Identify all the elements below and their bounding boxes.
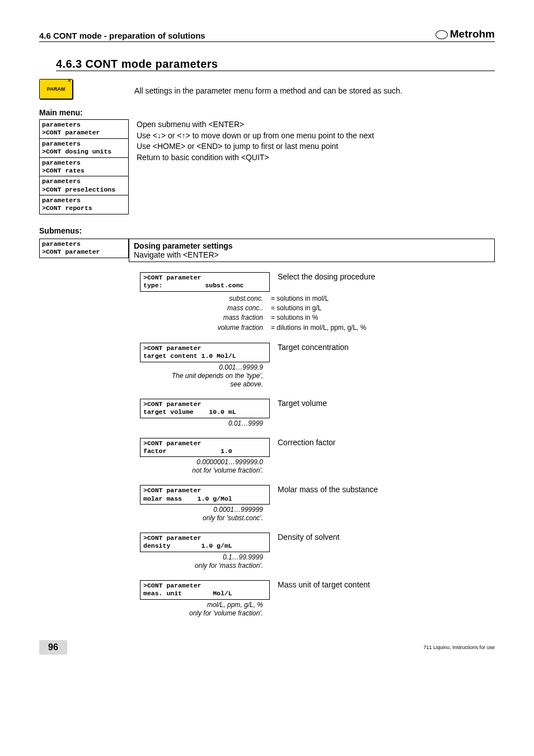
brand-logo: Metrohm xyxy=(435,28,495,40)
instruction-line: Return to basic condition with <QUIT> xyxy=(137,152,495,164)
param-note: 0.0000001…999999.0not for 'volume fracti… xyxy=(140,457,266,475)
param-head: >CONT parameter xyxy=(143,440,266,447)
param-block: >CONT parametertype: subst.concSelect th… xyxy=(140,272,495,333)
param-value-row: target content 1.0 Mol/L xyxy=(143,352,266,360)
submenu-title: Dosing parameter settings xyxy=(134,241,490,250)
submenus-heading: Submenus: xyxy=(39,226,495,235)
main-menu-instructions: Open submenu with <ENTER> Use <↓> or <↑>… xyxy=(129,119,495,214)
menu-line: >CONT dosing units xyxy=(42,148,126,156)
param-display: >CONT parametertype: subst.conc xyxy=(140,272,270,292)
menu-item: parameters >CONT dosing units xyxy=(39,138,129,158)
param-display: >CONT parametertarget content 1.0 Mol/L xyxy=(140,343,270,362)
menu-line: parameters xyxy=(42,197,126,204)
page-header: 4.6 CONT mode - preparation of solutions… xyxy=(39,28,495,42)
param-key-label: PARAM xyxy=(47,86,65,92)
param-description: Target volume xyxy=(270,399,495,408)
param-note: 0.0001…999999only for 'subst.conc'. xyxy=(140,505,266,522)
arrow-up-icon: ↑ xyxy=(182,131,186,140)
instruction-line: Use <HOME> or <END> to jump to first or … xyxy=(137,141,495,152)
param-value-row: meas. unit Mol/L xyxy=(143,590,266,598)
param-note: 0.001…9999.9The unit depends on the 'typ… xyxy=(140,362,266,389)
menu-line: >CONT rates xyxy=(42,167,126,175)
param-head: >CONT parameter xyxy=(143,534,266,542)
param-description: Correction factor xyxy=(270,438,495,447)
param-head: >CONT parameter xyxy=(143,344,266,352)
param-head: >CONT parameter xyxy=(143,400,266,408)
param-display: >CONT parametermeas. unit Mol/L xyxy=(140,580,270,600)
param-head: >CONT parameter xyxy=(143,487,266,494)
instruction-line: Use <↓> or <↑> to move down or up from o… xyxy=(137,130,495,142)
main-menu-column: parameters >CONT parameter parameters >C… xyxy=(39,119,129,214)
option-values: = solutions in mol/L= solutions in g/L= … xyxy=(266,294,495,333)
submenu-nav: Navigate with <ENTER> xyxy=(134,250,490,259)
menu-item: parameters >CONT rates xyxy=(39,157,129,177)
param-head: >CONT parameter xyxy=(143,582,266,590)
menu-line: >CONT parameter xyxy=(42,248,126,256)
menu-item: parameters >CONT reports xyxy=(39,195,129,214)
brand-name: Metrohm xyxy=(450,28,495,40)
menu-line: parameters xyxy=(42,240,126,248)
menu-item: parameters >CONT parameter xyxy=(39,119,129,139)
param-keycap-icon: PARAM xyxy=(39,79,73,99)
brand-logo-icon xyxy=(435,30,448,39)
menu-line: parameters xyxy=(42,178,126,185)
submenu-description: Dosing parameter settings Navigate with … xyxy=(129,239,495,262)
param-description: Density of solvent xyxy=(270,533,495,542)
main-menu-heading: Main menu: xyxy=(39,108,495,117)
menu-line: parameters xyxy=(42,121,126,129)
param-display: >CONT parameterdensity 1.0 g/mL xyxy=(140,533,270,552)
section-title: 4.6.3 CONT mode parameters xyxy=(56,58,495,71)
param-block: >CONT parametertarget volume 10.0 mLTarg… xyxy=(140,399,495,428)
param-value-row: density 1.0 g/mL xyxy=(143,542,266,550)
menu-item: parameters >CONT preselections xyxy=(39,176,129,195)
param-description: Molar mass of the substance xyxy=(270,485,495,494)
param-display: >CONT parametermolar mass 1.0 g/Mol xyxy=(140,485,270,505)
param-value-row: target volume 10.0 mL xyxy=(143,408,266,416)
menu-line: parameters xyxy=(42,159,126,167)
param-head: >CONT parameter xyxy=(143,274,266,282)
param-note: 0.01…9999 xyxy=(140,418,266,428)
intro-text: All settings in the parameter menu form … xyxy=(134,86,495,96)
page-number: 96 xyxy=(39,640,67,655)
menu-line: >CONT preselections xyxy=(42,186,126,194)
menu-line: parameters xyxy=(42,140,126,148)
footer-note: 711 Liquino, Instructions for use xyxy=(423,645,495,650)
param-note: 0.1…99.9999only for 'mass fraction'. xyxy=(140,552,266,570)
param-block: >CONT parametermolar mass 1.0 g/MolMolar… xyxy=(140,485,495,522)
param-description: Mass unit of target content xyxy=(270,580,495,589)
param-display: >CONT parametertarget volume 10.0 mL xyxy=(140,399,270,418)
param-description: Select the dosing procedure xyxy=(270,272,495,281)
page-footer: 96 711 Liquino, Instructions for use xyxy=(39,640,495,655)
param-value-row: factor 1.0 xyxy=(143,447,266,455)
param-value-row: type: subst.conc xyxy=(143,282,266,290)
param-description: Target concentration xyxy=(270,343,495,352)
param-display: >CONT parameterfactor 1.0 xyxy=(140,438,270,458)
param-block: >CONT parameterfactor 1.0Correction fact… xyxy=(140,438,495,475)
param-block: >CONT parameterdensity 1.0 g/mLDensity o… xyxy=(140,533,495,570)
header-section: 4.6 CONT mode - preparation of solutions xyxy=(39,31,205,40)
menu-line: >CONT reports xyxy=(42,204,126,212)
arrow-down-icon: ↓ xyxy=(157,131,161,140)
param-block: >CONT parametertarget content 1.0 Mol/LT… xyxy=(140,343,495,389)
param-note: mol/L, ppm, g/L, %only for 'volume fract… xyxy=(140,600,266,618)
instruction-line: Open submenu with <ENTER> xyxy=(137,119,495,130)
option-labels: subst.conc.mass conc..mass fractionvolum… xyxy=(140,294,266,333)
submenu-box: parameters >CONT parameter xyxy=(39,239,129,258)
param-block: >CONT parametermeas. unit Mol/LMass unit… xyxy=(140,580,495,618)
menu-line: >CONT parameter xyxy=(42,129,126,137)
param-value-row: molar mass 1.0 g/Mol xyxy=(143,495,266,503)
